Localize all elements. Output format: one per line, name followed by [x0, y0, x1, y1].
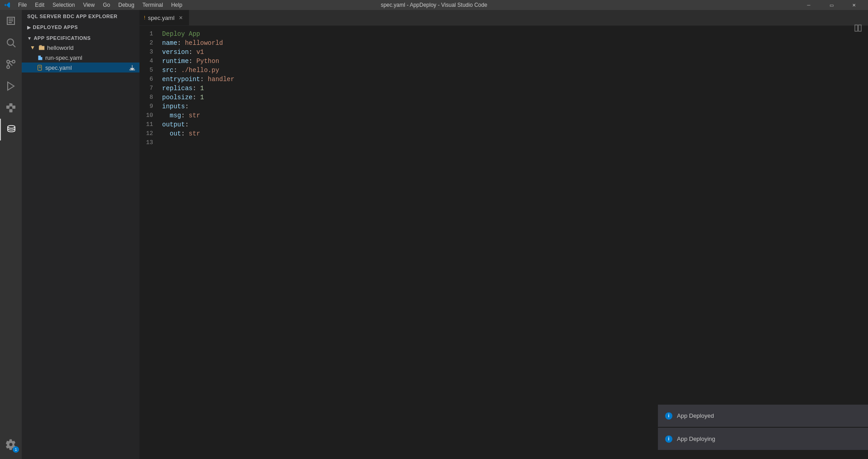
activity-item-settings[interactable]: 1: [0, 434, 22, 455]
tab-label: spec.yaml: [148, 14, 175, 21]
menu-edit[interactable]: Edit: [31, 1, 48, 9]
run-spec-yaml-item[interactable]: run-spec.yaml: [22, 53, 139, 63]
svg-line-7: [10, 63, 13, 66]
sidebar: SQL SERVER BDC APP EXPLORER ▶ DEPLOYED A…: [22, 10, 139, 459]
run-spec-yaml-label: run-spec.yaml: [45, 54, 82, 61]
svg-rect-19: [129, 69, 135, 70]
app-deployed-icon: i: [665, 412, 672, 420]
helloworld-folder[interactable]: ▼ helloworld: [22, 43, 139, 53]
code-line-1: 1 Deploy App: [139, 29, 868, 39]
deploy-icon[interactable]: [129, 64, 136, 71]
svg-point-13: [8, 126, 15, 128]
maximize-button[interactable]: ▭: [821, 0, 842, 10]
deployed-apps-chevron: ▶: [27, 25, 31, 30]
activity-item-extensions[interactable]: [0, 97, 22, 119]
spec-yaml-label: spec.yaml: [45, 64, 72, 71]
editor-top-right: [852, 20, 868, 36]
code-line-4: 4 runtime: Python: [139, 57, 868, 66]
code-line-3: 3 version: v1: [139, 48, 868, 57]
svg-rect-20: [855, 25, 858, 31]
svg-rect-12: [10, 109, 13, 112]
menu-terminal[interactable]: Terminal: [139, 1, 167, 9]
svg-line-1: [13, 45, 16, 48]
title-bar-left: File Edit Selection View Go Debug Termin…: [4, 1, 186, 9]
menu-view[interactable]: View: [79, 1, 98, 9]
deployed-apps-header[interactable]: ▶ DEPLOYED APPS: [22, 21, 139, 32]
app-deploying-label: App Deploying: [677, 435, 715, 442]
run-file-icon: [36, 54, 43, 61]
app-specs-label: APP SPECIFICATIONS: [34, 35, 91, 41]
svg-point-4: [12, 60, 15, 63]
code-line-5: 5 src: ./hello.py: [139, 66, 868, 75]
code-line-9: 9 inputs:: [139, 102, 868, 111]
svg-rect-21: [858, 25, 861, 31]
minimize-button[interactable]: ─: [798, 0, 819, 10]
code-line-12: 12 out: str: [139, 129, 868, 138]
activity-item-search[interactable]: [0, 32, 22, 53]
app-specs-header[interactable]: ▼ APP SPECIFICATIONS: [22, 32, 139, 43]
menu-selection[interactable]: Selection: [49, 1, 78, 9]
vscode-icon: [4, 1, 11, 9]
tab-dirty-icon: !: [144, 15, 145, 20]
svg-rect-11: [10, 103, 13, 106]
app-deploying-icon: i: [665, 435, 672, 443]
menu-debug[interactable]: Debug: [115, 1, 138, 9]
app-deployed-notification: i App Deployed: [658, 405, 868, 427]
main-layout: 1 SQL SERVER BDC APP EXPLORER ▶ DEPLOYED…: [0, 10, 868, 459]
svg-point-3: [7, 66, 10, 68]
menu-go[interactable]: Go: [99, 1, 114, 9]
tab-close-button[interactable]: ×: [177, 14, 184, 21]
code-line-7: 7 replicas: 1: [139, 84, 868, 93]
activity-item-source-control[interactable]: [0, 53, 22, 75]
activity-item-explorer[interactable]: [0, 10, 22, 32]
menu-file[interactable]: File: [14, 1, 30, 9]
deployed-apps-label: DEPLOYED APPS: [33, 24, 78, 30]
activity-item-sql-server[interactable]: [0, 119, 22, 140]
app-deploying-notification: i App Deploying: [658, 428, 868, 450]
code-line-2: 2 name: helloworld: [139, 39, 868, 48]
code-line-11: 11 output:: [139, 120, 868, 129]
app-deployed-label: App Deployed: [677, 412, 714, 419]
activity-item-debug[interactable]: [0, 75, 22, 97]
svg-point-2: [7, 60, 10, 63]
menu-bar: File Edit Selection View Go Debug Termin…: [14, 1, 186, 9]
split-editor-icon[interactable]: [852, 22, 864, 34]
title-bar: File Edit Selection View Go Debug Termin…: [0, 0, 868, 10]
svg-rect-10: [12, 106, 15, 109]
window-title: spec.yaml - AppDeploy - Visual Studio Co…: [381, 2, 487, 8]
folder-icon: [38, 44, 45, 51]
close-button[interactable]: ✕: [844, 0, 864, 10]
sidebar-title: SQL SERVER BDC APP EXPLORER: [22, 10, 139, 21]
code-line-13: 13: [139, 138, 868, 147]
sidebar-title-text: SQL SERVER BDC APP EXPLORER: [27, 14, 118, 19]
spec-yaml-tab[interactable]: ! spec.yaml ×: [139, 10, 189, 25]
code-editor[interactable]: 1 Deploy App 2 name: helloworld 3 versio…: [139, 26, 868, 459]
app-specs-chevron: ▼: [27, 36, 32, 41]
menu-help[interactable]: Help: [168, 1, 186, 9]
folder-expand-icon: ▼: [29, 44, 36, 51]
window-controls: ─ ▭ ✕: [798, 0, 864, 10]
code-line-10: 10 msg: str: [139, 111, 868, 120]
code-line-8: 8 poolsize: 1: [139, 93, 868, 102]
helloworld-label: helloworld: [47, 44, 74, 51]
editor-area: ! spec.yaml × 1 Deploy App 2 name: hello…: [139, 10, 868, 459]
svg-rect-9: [6, 106, 10, 109]
settings-badge: 1: [13, 446, 19, 453]
activity-bar: 1: [0, 10, 22, 459]
activity-bar-bottom: 1: [0, 434, 22, 459]
svg-point-0: [7, 39, 14, 45]
yaml-file-icon: [36, 64, 43, 71]
code-line-6: 6 entrypoint: handler: [139, 75, 868, 84]
notifications-area: i App Deployed i App Deploying: [658, 405, 868, 450]
spec-yaml-item[interactable]: spec.yaml: [22, 63, 139, 72]
svg-marker-8: [8, 82, 14, 90]
tab-bar: ! spec.yaml ×: [139, 10, 868, 26]
